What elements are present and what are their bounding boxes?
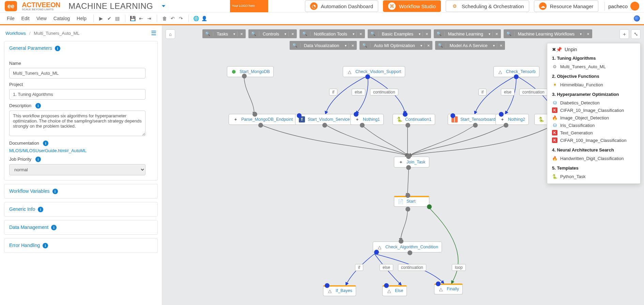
port[interactable] bbox=[365, 74, 370, 79]
node-parse-mongodb[interactable]: ✦Parse_MongoDB_Endpoint bbox=[229, 114, 297, 125]
save-icon[interactable]: 💾 bbox=[129, 15, 136, 22]
unpin-item[interactable]: ⚙Multi_Tuners_Auto_ML bbox=[552, 63, 635, 70]
label-name: Name bbox=[9, 61, 153, 66]
unpin-item[interactable]: KText_Generation bbox=[552, 129, 635, 136]
nav-automation-dashboard[interactable]: ◔Automation Dashboard bbox=[305, 0, 378, 12]
node-join-task[interactable]: ✦Join_Task bbox=[394, 157, 429, 168]
export-icon[interactable]: ⇥ bbox=[146, 15, 153, 22]
task-icon: ✦ bbox=[354, 116, 360, 122]
redo-icon[interactable]: ↷ bbox=[178, 15, 184, 22]
unpin-section: 2. Objective Functions bbox=[552, 74, 635, 79]
unpin-item[interactable]: 🔥Handwritten_Digit_Classification bbox=[552, 155, 635, 162]
globe-icon[interactable] bbox=[634, 15, 640, 21]
port[interactable] bbox=[252, 112, 257, 117]
pytorch-icon: 🔥 bbox=[552, 115, 557, 120]
delete-icon[interactable]: 🗑 bbox=[161, 15, 168, 22]
input-project[interactable] bbox=[9, 89, 145, 100]
info-icon[interactable]: i bbox=[51, 225, 57, 230]
port[interactable] bbox=[384, 283, 389, 288]
info-icon[interactable]: i bbox=[35, 157, 41, 162]
check-icon[interactable]: ✔ bbox=[106, 15, 113, 22]
avatar-icon bbox=[630, 2, 639, 11]
port[interactable] bbox=[406, 154, 411, 159]
port[interactable] bbox=[405, 207, 410, 212]
branch-continuation: continuation bbox=[370, 89, 398, 96]
keras-icon: K bbox=[552, 137, 557, 143]
section-dropdown-icon[interactable] bbox=[162, 5, 165, 7]
panel-generic-info[interactable]: Generic Infoi bbox=[4, 202, 158, 217]
select-job-priority[interactable]: normal bbox=[9, 164, 145, 175]
node-start[interactable]: 📄Start bbox=[394, 196, 429, 207]
node-continuation1[interactable]: 🐍Continuation1 bbox=[393, 114, 435, 125]
port[interactable] bbox=[322, 123, 327, 128]
port[interactable] bbox=[450, 113, 455, 118]
menu-help[interactable]: Help bbox=[74, 14, 89, 23]
port[interactable] bbox=[408, 250, 412, 255]
panel-error-handling[interactable]: Error Handlingi bbox=[4, 238, 158, 253]
unpin-item[interactable]: ⛁Diabetics_Detection bbox=[552, 99, 635, 106]
port[interactable] bbox=[405, 123, 410, 128]
undo-icon[interactable]: ↶ bbox=[169, 15, 176, 22]
unpin-item[interactable]: 🔥Image_Object_Detection bbox=[552, 114, 635, 121]
flow-icon: ⌘ bbox=[388, 2, 396, 10]
port[interactable] bbox=[405, 193, 410, 198]
globe-share-icon[interactable]: 🌐 bbox=[193, 15, 200, 22]
play-icon[interactable]: ▶ bbox=[98, 15, 105, 22]
port[interactable] bbox=[436, 281, 441, 286]
port[interactable] bbox=[514, 74, 519, 79]
unpin-title[interactable]: ✖📌Unpin bbox=[552, 47, 635, 52]
unpin-item[interactable]: KCIFAR_100_Image_Classification bbox=[552, 136, 635, 144]
menu-edit[interactable]: Edit bbox=[19, 14, 32, 23]
port[interactable] bbox=[325, 283, 329, 288]
list-view-icon[interactable]: ☰ bbox=[151, 29, 156, 37]
info-icon[interactable]: i bbox=[38, 207, 43, 212]
nav-scheduling[interactable]: ⚙Scheduling & Orchestration bbox=[446, 0, 529, 12]
unpin-item[interactable]: KCIFAR_10_Image_Classification bbox=[552, 106, 635, 114]
port[interactable] bbox=[258, 123, 263, 128]
panel-data-management[interactable]: Data Managementi bbox=[4, 220, 158, 235]
breadcrumb-root[interactable]: Workflows bbox=[5, 31, 26, 36]
port[interactable] bbox=[504, 123, 508, 128]
node-start-mongodb[interactable]: ⬢Start_MongoDB bbox=[227, 66, 274, 77]
unpin-item[interactable]: 🐍Python_Task bbox=[552, 173, 635, 180]
node-check-algorithm[interactable]: △Check_Algorithm_Condition bbox=[373, 242, 442, 252]
node-check-visdom[interactable]: △Check_Visdom_Support bbox=[343, 66, 405, 77]
menu-view[interactable]: View bbox=[34, 14, 49, 23]
user-menu[interactable]: pacheco bbox=[604, 2, 639, 11]
calendar-icon[interactable]: ▤ bbox=[114, 15, 121, 22]
info-icon[interactable]: i bbox=[55, 46, 60, 51]
input-name[interactable] bbox=[9, 68, 145, 78]
port[interactable] bbox=[473, 123, 478, 128]
port[interactable] bbox=[499, 112, 504, 117]
port[interactable] bbox=[406, 165, 411, 170]
user-badge-icon[interactable]: 👤 bbox=[201, 15, 208, 22]
port[interactable] bbox=[297, 113, 302, 118]
port[interactable] bbox=[374, 250, 379, 255]
menu-file[interactable]: File bbox=[4, 14, 17, 23]
port[interactable] bbox=[403, 112, 408, 117]
menu-catalog[interactable]: Catalog bbox=[51, 14, 73, 23]
port[interactable] bbox=[354, 112, 358, 117]
import-icon[interactable]: ⇤ bbox=[138, 15, 144, 22]
workflow-canvas[interactable]: ⌂ 🔍Tasks▾×🔍Controls▾×🔍Notification Tools… bbox=[162, 25, 644, 305]
nav-resource-manager[interactable]: ☁Resource Manager bbox=[534, 0, 599, 12]
label-documentation: Documentation i bbox=[9, 141, 153, 146]
port-loop[interactable] bbox=[427, 204, 432, 209]
section-title[interactable]: MACHINE LEARNING bbox=[68, 1, 153, 11]
unpin-item[interactable]: ⛁Iris_Classification bbox=[552, 121, 635, 129]
panel-workflow-variables[interactable]: Workflow Variablesi bbox=[4, 184, 158, 199]
port[interactable] bbox=[399, 239, 403, 244]
panel-header-general[interactable]: General Parametersi bbox=[4, 41, 157, 55]
port[interactable] bbox=[242, 74, 247, 78]
info-icon[interactable]: i bbox=[52, 189, 58, 194]
nav-workflow-studio[interactable]: ⌘Workflow Studio bbox=[383, 0, 441, 12]
textarea-description[interactable]: This workflow proposes six algorithms fo… bbox=[9, 111, 145, 136]
info-icon[interactable]: i bbox=[43, 141, 48, 146]
info-icon[interactable]: i bbox=[35, 103, 41, 108]
branch-else: else bbox=[380, 264, 393, 271]
gauge-icon: ◔ bbox=[310, 2, 318, 10]
documentation-link[interactable]: MLOS/MLOSUserGuide.html#_AutoML bbox=[9, 148, 87, 153]
unpin-item[interactable]: ✶Himmelblau_Function bbox=[552, 81, 635, 88]
info-icon[interactable]: i bbox=[43, 243, 48, 248]
port[interactable] bbox=[360, 123, 365, 128]
